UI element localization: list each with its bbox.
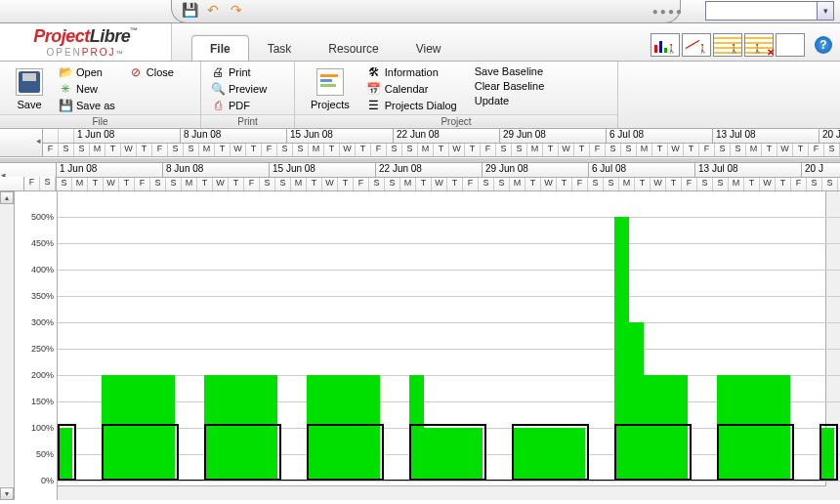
timeline-day-cell: M [527, 144, 543, 156]
usage-detail-view-icon[interactable]: 🚶 [744, 33, 774, 57]
timeline-day-cell: W [559, 144, 574, 156]
timeline-day-cell: S [807, 178, 822, 190]
tab-resource[interactable]: Resource [310, 35, 397, 61]
clear-baseline-button[interactable]: Clear Baseline [473, 79, 547, 93]
scroll-up-icon[interactable]: ▴ [0, 191, 14, 204]
horizontal-scrollbar[interactable] [58, 485, 840, 500]
tab-task[interactable]: Task [249, 35, 311, 61]
timeline-day-cell: F [791, 178, 807, 190]
calendar-button[interactable]: 📅Calendar [365, 81, 459, 97]
timeline-day-cell: S [494, 178, 510, 190]
histogram-chart: ▴ ▾ 500%450%400%350%300%250%200%150%100%… [0, 191, 840, 500]
gridline [58, 349, 840, 350]
timeline-day-cell: T [307, 178, 322, 190]
timeline-day-cell: W [777, 144, 793, 156]
chart-view-icon[interactable]: 🚶 [682, 33, 711, 57]
timeline-day-cell: M [729, 178, 744, 190]
timeline-day-cell: T [557, 178, 572, 190]
timeline-day-cell: S [59, 144, 74, 156]
timeline-day-cell: S [713, 178, 729, 190]
close-button[interactable]: ⊘Close [127, 64, 176, 80]
ribbon-group-project: Projects 🛠Information 📅Calendar ☰Project… [295, 62, 618, 128]
ribbon-group-file: Save 📂Open ✳New 💾Save as ⊘Close File [0, 62, 201, 128]
update-button[interactable]: Update [473, 94, 547, 107]
timeline-header-bottom: ◂ F S 1 Jun 088 Jun 0815 Jun 0822 Jun 08… [0, 163, 840, 191]
timeline-week-cell: 20 J [819, 129, 840, 143]
timeline-day-cell: W [322, 178, 338, 190]
timeline-corner-top: ◂ [0, 129, 43, 156]
timeline-day-cell: S [275, 178, 291, 190]
save-button[interactable]: Save [8, 64, 51, 113]
search-combo[interactable]: ▾ [705, 1, 834, 21]
group-label-file: File [0, 114, 200, 127]
timeline-week-cell: 6 Jul 08 [589, 163, 695, 177]
timeline-scale-bottom[interactable]: 1 Jun 088 Jun 0815 Jun 0822 Jun 0829 Jun… [57, 163, 840, 190]
usage-view-icon[interactable]: 🚶 [713, 33, 742, 57]
y-tick-label: 500% [31, 212, 54, 222]
timeline-week-cell: 15 Jun 08 [270, 163, 376, 177]
scroll-down-icon[interactable]: ▾ [0, 487, 14, 500]
timeline-scale-top[interactable]: 1 Jun 088 Jun 0815 Jun 0822 Jun 0829 Jun… [43, 129, 840, 156]
redo-button[interactable]: ↷ [229, 2, 244, 18]
save-baseline-button[interactable]: Save Baseline [473, 64, 547, 78]
information-button[interactable]: 🛠Information [365, 64, 459, 80]
timeline-day-cell: F [135, 178, 150, 190]
menubar: File Task Resource View 🚶 🚶 🚶 🚶 ? [172, 23, 840, 61]
quicksave-button[interactable]: 💾 [182, 2, 197, 18]
timeline-day-cell: S [74, 144, 90, 156]
help-button[interactable]: ? [815, 36, 832, 54]
printer-icon: 🖨 [211, 65, 225, 79]
timeline-day-cell: T [762, 144, 777, 156]
projects-dialog-button[interactable]: ☰Projects Dialog [365, 98, 459, 113]
timeline-day-cell: W [213, 178, 229, 190]
timeline-day-cell: F [590, 144, 606, 156]
tab-view[interactable]: View [398, 35, 460, 61]
ribbon: Save 📂Open ✳New 💾Save as ⊘Close File 🖨Pr… [0, 62, 840, 129]
gridline [58, 296, 840, 297]
timeline-day-cell: F [481, 144, 496, 156]
projects-button[interactable]: Projects [303, 64, 357, 113]
timeline-day-cell: T [652, 144, 668, 156]
timeline-week-cell: 20 J [802, 163, 840, 177]
timeline-day-cell: W [541, 178, 557, 190]
preview-button[interactable]: 🔍Preview [209, 81, 269, 97]
timeline-day-cell: S [731, 144, 746, 156]
timeline-day-cell: S [402, 144, 418, 156]
timeline-day-cell: M [400, 178, 416, 190]
timeline-day-cell: T [465, 144, 481, 156]
histogram-view-icon[interactable]: 🚶 [651, 33, 680, 57]
chevron-down-icon[interactable]: ▾ [817, 2, 833, 20]
timeline-day-cell: W [231, 144, 246, 156]
timeline-day-cell: S [168, 144, 184, 156]
new-button[interactable]: ✳New [57, 81, 117, 97]
print-button[interactable]: 🖨Print [209, 64, 269, 80]
timeline-week-cell: 1 Jun 08 [74, 129, 181, 143]
timeline-day-cell: T [88, 178, 104, 190]
group-label-print: Print [201, 114, 294, 127]
timeline-day-cell: T [434, 144, 449, 156]
timeline-corner-bottom: ◂ F S [0, 163, 57, 190]
timeline-day-cell: S [588, 178, 604, 190]
quick-access-toolbar: 💾 ↶ ↷ [182, 2, 244, 18]
timeline-day-cell: S [496, 144, 512, 156]
plot-area[interactable] [58, 191, 840, 500]
undo-button[interactable]: ↶ [205, 2, 221, 18]
timeline-day-cell: T [119, 178, 135, 190]
scroll-left-icon[interactable]: ◂ [36, 136, 41, 146]
timeline-day-cell: F [262, 144, 277, 156]
timeline-day-cell: F [354, 178, 369, 190]
open-button[interactable]: 📂Open [57, 64, 117, 80]
magnifier-icon: 🔍 [211, 82, 225, 96]
threshold-box [717, 424, 794, 481]
left-scrollbar[interactable]: ▴ ▾ [0, 191, 15, 500]
saveas-button[interactable]: 💾Save as [57, 98, 117, 113]
timeline-day-cell: T [776, 178, 791, 190]
group-label-project: Project [295, 114, 617, 127]
pdf-button[interactable]: ⎙PDF [209, 98, 269, 113]
tab-file[interactable]: File [191, 35, 249, 61]
timeline-day-cell: W [760, 178, 776, 190]
y-tick-label: 250% [31, 344, 54, 354]
timeline-day-cell: S [512, 144, 527, 156]
no-subwindow-icon[interactable] [776, 33, 805, 57]
timeline-day-cell: W [104, 178, 119, 190]
